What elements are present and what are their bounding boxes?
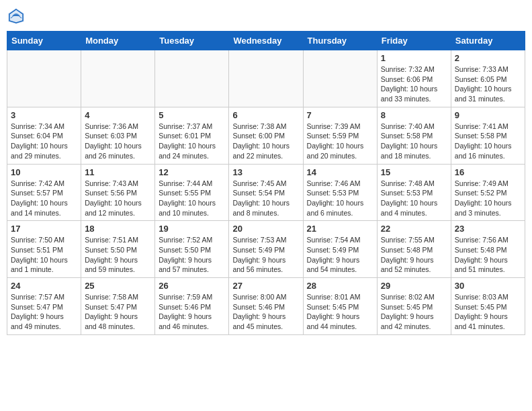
day-number: 30 [455,281,521,291]
calendar-cell: 2Sunrise: 7:33 AM Sunset: 6:05 PM Daylig… [451,50,525,107]
day-number: 9 [455,110,521,120]
calendar-cell: 10Sunrise: 7:42 AM Sunset: 5:57 PM Dayli… [7,164,81,221]
day-info: Sunrise: 7:57 AM Sunset: 5:47 PM Dayligh… [11,292,77,332]
calendar-week-3: 10Sunrise: 7:42 AM Sunset: 5:57 PM Dayli… [7,164,525,221]
calendar-cell: 5Sunrise: 7:37 AM Sunset: 6:01 PM Daylig… [155,107,229,164]
day-number: 1 [381,53,447,63]
day-number: 19 [159,224,225,234]
calendar-cell [81,50,155,107]
calendar-cell: 19Sunrise: 7:52 AM Sunset: 5:50 PM Dayli… [155,221,229,278]
weekday-header-wednesday: Wednesday [229,32,303,50]
day-info: Sunrise: 7:48 AM Sunset: 5:53 PM Dayligh… [381,179,447,218]
calendar-cell [229,50,303,107]
day-number: 8 [381,110,447,120]
day-info: Sunrise: 8:01 AM Sunset: 5:45 PM Dayligh… [307,292,373,332]
calendar-week-2: 3Sunrise: 7:34 AM Sunset: 6:04 PM Daylig… [7,107,525,164]
calendar-cell [303,50,377,107]
weekday-header-saturday: Saturday [451,32,525,50]
day-info: Sunrise: 7:34 AM Sunset: 6:04 PM Dayligh… [11,122,77,161]
day-info: Sunrise: 7:54 AM Sunset: 5:49 PM Dayligh… [307,235,373,275]
weekday-header-thursday: Thursday [303,32,377,50]
day-info: Sunrise: 7:53 AM Sunset: 5:49 PM Dayligh… [232,235,299,275]
day-number: 24 [11,281,77,291]
logo-icon [7,7,26,26]
page-header [7,7,525,26]
day-info: Sunrise: 7:58 AM Sunset: 5:47 PM Dayligh… [85,292,151,332]
day-number: 17 [11,224,77,234]
day-info: Sunrise: 8:00 AM Sunset: 5:46 PM Dayligh… [232,292,299,332]
calendar-cell: 24Sunrise: 7:57 AM Sunset: 5:47 PM Dayli… [7,278,81,335]
calendar-cell [7,50,81,107]
day-info: Sunrise: 7:51 AM Sunset: 5:50 PM Dayligh… [85,235,151,275]
day-number: 22 [381,224,447,234]
day-number: 28 [307,281,373,291]
day-info: Sunrise: 7:32 AM Sunset: 6:06 PM Dayligh… [381,64,447,104]
day-info: Sunrise: 7:38 AM Sunset: 6:00 PM Dayligh… [232,122,299,161]
day-number: 4 [85,110,151,120]
day-info: Sunrise: 7:55 AM Sunset: 5:48 PM Dayligh… [381,235,447,275]
calendar-cell: 27Sunrise: 8:00 AM Sunset: 5:46 PM Dayli… [229,278,303,335]
calendar-cell: 9Sunrise: 7:41 AM Sunset: 5:58 PM Daylig… [451,107,525,164]
day-number: 26 [159,281,225,291]
calendar-cell: 29Sunrise: 8:02 AM Sunset: 5:45 PM Dayli… [377,278,451,335]
day-number: 7 [307,110,373,120]
day-info: Sunrise: 8:02 AM Sunset: 5:45 PM Dayligh… [381,292,447,332]
day-number: 20 [232,224,299,234]
calendar-cell: 3Sunrise: 7:34 AM Sunset: 6:04 PM Daylig… [7,107,81,164]
weekday-header-sunday: Sunday [7,32,81,50]
calendar-week-1: 1Sunrise: 7:32 AM Sunset: 6:06 PM Daylig… [7,50,525,107]
day-info: Sunrise: 7:46 AM Sunset: 5:53 PM Dayligh… [307,179,373,218]
calendar-table: SundayMondayTuesdayWednesdayThursdayFrid… [7,31,525,335]
day-number: 16 [455,167,521,177]
calendar-cell: 11Sunrise: 7:43 AM Sunset: 5:56 PM Dayli… [81,164,155,221]
day-info: Sunrise: 7:39 AM Sunset: 5:59 PM Dayligh… [307,122,373,161]
calendar-cell: 23Sunrise: 7:56 AM Sunset: 5:48 PM Dayli… [451,221,525,278]
calendar-cell: 13Sunrise: 7:45 AM Sunset: 5:54 PM Dayli… [229,164,303,221]
calendar-header-row: SundayMondayTuesdayWednesdayThursdayFrid… [7,32,525,50]
day-info: Sunrise: 8:03 AM Sunset: 5:45 PM Dayligh… [455,292,521,332]
calendar-cell: 8Sunrise: 7:40 AM Sunset: 5:58 PM Daylig… [377,107,451,164]
day-info: Sunrise: 7:44 AM Sunset: 5:55 PM Dayligh… [159,179,225,218]
day-info: Sunrise: 7:40 AM Sunset: 5:58 PM Dayligh… [381,122,447,161]
weekday-header-monday: Monday [81,32,155,50]
calendar-cell: 7Sunrise: 7:39 AM Sunset: 5:59 PM Daylig… [303,107,377,164]
day-number: 21 [307,224,373,234]
calendar-cell: 17Sunrise: 7:50 AM Sunset: 5:51 PM Dayli… [7,221,81,278]
day-number: 6 [232,110,299,120]
day-info: Sunrise: 7:49 AM Sunset: 5:52 PM Dayligh… [455,179,521,218]
day-info: Sunrise: 7:37 AM Sunset: 6:01 PM Dayligh… [159,122,225,161]
day-info: Sunrise: 7:36 AM Sunset: 6:03 PM Dayligh… [85,122,151,161]
calendar-cell: 20Sunrise: 7:53 AM Sunset: 5:49 PM Dayli… [229,221,303,278]
day-info: Sunrise: 7:50 AM Sunset: 5:51 PM Dayligh… [11,235,77,275]
calendar-cell: 21Sunrise: 7:54 AM Sunset: 5:49 PM Dayli… [303,221,377,278]
day-number: 15 [381,167,447,177]
calendar-cell: 12Sunrise: 7:44 AM Sunset: 5:55 PM Dayli… [155,164,229,221]
calendar-week-5: 24Sunrise: 7:57 AM Sunset: 5:47 PM Dayli… [7,278,525,335]
day-info: Sunrise: 7:41 AM Sunset: 5:58 PM Dayligh… [455,122,521,161]
calendar-cell: 18Sunrise: 7:51 AM Sunset: 5:50 PM Dayli… [81,221,155,278]
calendar-cell: 28Sunrise: 8:01 AM Sunset: 5:45 PM Dayli… [303,278,377,335]
day-info: Sunrise: 7:33 AM Sunset: 6:05 PM Dayligh… [455,64,521,104]
calendar-week-4: 17Sunrise: 7:50 AM Sunset: 5:51 PM Dayli… [7,221,525,278]
day-number: 23 [455,224,521,234]
day-number: 10 [11,167,77,177]
calendar-cell: 15Sunrise: 7:48 AM Sunset: 5:53 PM Dayli… [377,164,451,221]
day-number: 11 [85,167,151,177]
calendar-cell: 14Sunrise: 7:46 AM Sunset: 5:53 PM Dayli… [303,164,377,221]
day-info: Sunrise: 7:45 AM Sunset: 5:54 PM Dayligh… [232,179,299,218]
calendar-cell: 22Sunrise: 7:55 AM Sunset: 5:48 PM Dayli… [377,221,451,278]
day-number: 27 [232,281,299,291]
day-info: Sunrise: 7:59 AM Sunset: 5:46 PM Dayligh… [159,292,225,332]
day-info: Sunrise: 7:56 AM Sunset: 5:48 PM Dayligh… [455,235,521,275]
day-number: 18 [85,224,151,234]
calendar-cell [155,50,229,107]
logo [7,7,28,26]
weekday-header-friday: Friday [377,32,451,50]
calendar-cell: 16Sunrise: 7:49 AM Sunset: 5:52 PM Dayli… [451,164,525,221]
day-info: Sunrise: 7:42 AM Sunset: 5:57 PM Dayligh… [11,179,77,218]
day-info: Sunrise: 7:43 AM Sunset: 5:56 PM Dayligh… [85,179,151,218]
day-number: 29 [381,281,447,291]
day-number: 5 [159,110,225,120]
calendar-cell: 6Sunrise: 7:38 AM Sunset: 6:00 PM Daylig… [229,107,303,164]
day-number: 13 [232,167,299,177]
